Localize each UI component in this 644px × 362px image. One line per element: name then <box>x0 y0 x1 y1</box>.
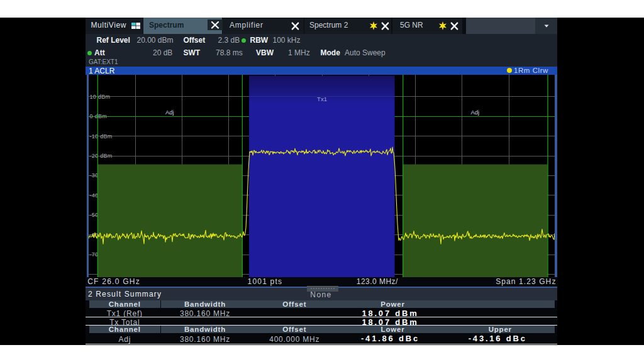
svg-text:-20 dBm: -20 dBm <box>89 152 112 158</box>
svg-text:-10 dBm: -10 dBm <box>89 133 112 139</box>
svg-text:Adj: Adj <box>470 108 479 115</box>
svg-text:Adj: Adj <box>165 108 174 115</box>
svg-text:Tx1: Tx1 <box>317 95 327 102</box>
svg-text:10 dBm: 10 dBm <box>89 93 110 99</box>
svg-text:0 dBm: 0 dBm <box>89 113 107 119</box>
